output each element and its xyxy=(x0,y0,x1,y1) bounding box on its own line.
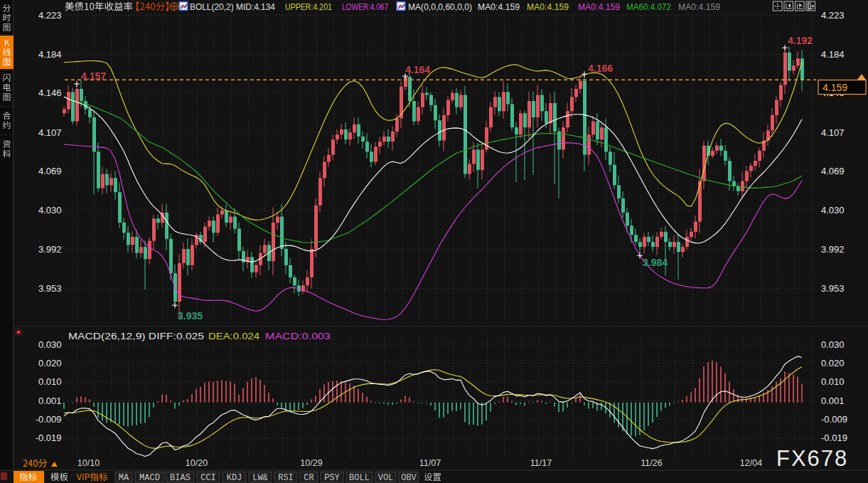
svg-text:3.984: 3.984 xyxy=(643,257,668,268)
svg-text:0.001: 0.001 xyxy=(38,396,62,406)
svg-text:RSI: RSI xyxy=(278,473,294,483)
svg-text:12/04: 12/04 xyxy=(740,458,762,468)
svg-text:MA: MA xyxy=(119,473,129,483)
svg-text:LW&: LW& xyxy=(252,473,268,483)
svg-text:CR: CR xyxy=(304,473,314,483)
svg-text:10/20: 10/20 xyxy=(186,458,208,468)
svg-text:4.159: 4.159 xyxy=(823,82,847,93)
svg-text:MACD:0.003: MACD:0.003 xyxy=(265,331,331,341)
svg-text:0.001: 0.001 xyxy=(821,396,845,406)
svg-text:4.184: 4.184 xyxy=(821,49,845,60)
svg-text:UPPER:4.201: UPPER:4.201 xyxy=(285,1,332,12)
svg-text:LOWER:4.067: LOWER:4.067 xyxy=(342,1,388,12)
svg-text:4.030: 4.030 xyxy=(38,205,62,216)
svg-text:CCI: CCI xyxy=(200,473,216,483)
svg-text:11/17: 11/17 xyxy=(530,458,552,468)
svg-text:MA(0,0,0,60,0,0): MA(0,0,0,60,0,0) xyxy=(408,1,472,12)
svg-text:4.107: 4.107 xyxy=(38,127,62,138)
svg-text:0.010: 0.010 xyxy=(38,376,62,387)
svg-text:VOL: VOL xyxy=(378,473,394,483)
svg-text:MA60:4.072: MA60:4.072 xyxy=(626,1,671,12)
svg-text:10/29: 10/29 xyxy=(300,458,322,468)
svg-text:11/26: 11/26 xyxy=(641,458,662,468)
svg-text:11/07: 11/07 xyxy=(419,458,441,468)
svg-text:4.069: 4.069 xyxy=(821,166,845,176)
svg-text:MA0:4.159: MA0:4.159 xyxy=(678,1,720,12)
svg-text:3.953: 3.953 xyxy=(38,283,62,294)
svg-text:4.184: 4.184 xyxy=(38,49,62,60)
svg-text:FX678: FX678 xyxy=(776,446,848,471)
svg-text:MA0:4.159: MA0:4.159 xyxy=(578,1,620,12)
svg-text:3.935: 3.935 xyxy=(178,310,203,322)
svg-text:MA0:4.159: MA0:4.159 xyxy=(527,1,569,12)
svg-text:-0.009: -0.009 xyxy=(36,414,62,425)
svg-text:OBV: OBV xyxy=(401,473,417,483)
svg-text:3.992: 3.992 xyxy=(38,244,62,255)
svg-text:4.164: 4.164 xyxy=(405,64,430,75)
svg-text:MA0:4.159: MA0:4.159 xyxy=(478,1,520,12)
svg-text:0.030: 0.030 xyxy=(38,339,62,350)
svg-text:10/10: 10/10 xyxy=(77,458,100,468)
svg-text:BOLL: BOLL xyxy=(349,473,370,483)
svg-text:4.223: 4.223 xyxy=(821,10,845,21)
svg-text:0.030: 0.030 xyxy=(821,339,845,350)
svg-text:MACD: MACD xyxy=(139,473,160,483)
svg-text:0.010: 0.010 xyxy=(821,376,845,387)
svg-text:MACD(26,12,9) DIFF:0.025: MACD(26,12,9) DIFF:0.025 xyxy=(68,331,204,341)
svg-text:BIAS: BIAS xyxy=(170,473,191,483)
svg-text:4.192: 4.192 xyxy=(788,35,813,46)
svg-text:0.020: 0.020 xyxy=(821,358,845,368)
svg-text:4.069: 4.069 xyxy=(38,166,62,176)
svg-text:4.157: 4.157 xyxy=(81,70,106,82)
svg-text:BOLL(20,2) MID:4.134: BOLL(20,2) MID:4.134 xyxy=(190,1,275,12)
svg-text:4.107: 4.107 xyxy=(821,127,845,138)
svg-text:4.223: 4.223 xyxy=(38,10,62,21)
svg-text:4.030: 4.030 xyxy=(821,205,845,216)
svg-text:-0.019: -0.019 xyxy=(821,432,847,443)
svg-text:KDJ: KDJ xyxy=(227,473,242,483)
svg-text:3.992: 3.992 xyxy=(821,244,845,255)
svg-text:-0.019: -0.019 xyxy=(36,432,62,443)
svg-text:3.953: 3.953 xyxy=(821,283,845,294)
svg-text:4.166: 4.166 xyxy=(588,63,613,74)
svg-text:4.146: 4.146 xyxy=(38,87,62,98)
svg-text:PSY: PSY xyxy=(324,473,340,483)
svg-text:DEA:0.024: DEA:0.024 xyxy=(208,331,259,341)
svg-text:0.020: 0.020 xyxy=(38,358,62,368)
svg-text:-0.009: -0.009 xyxy=(821,414,847,425)
